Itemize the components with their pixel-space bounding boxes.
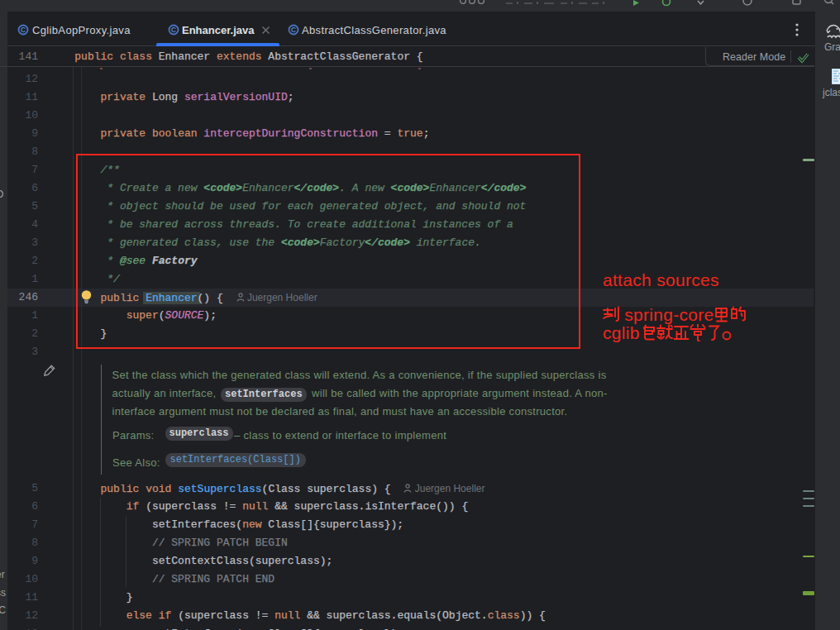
svg-text:C: C [291, 26, 296, 34]
svg-text:C: C [171, 26, 176, 34]
svg-text:C: C [21, 26, 26, 34]
